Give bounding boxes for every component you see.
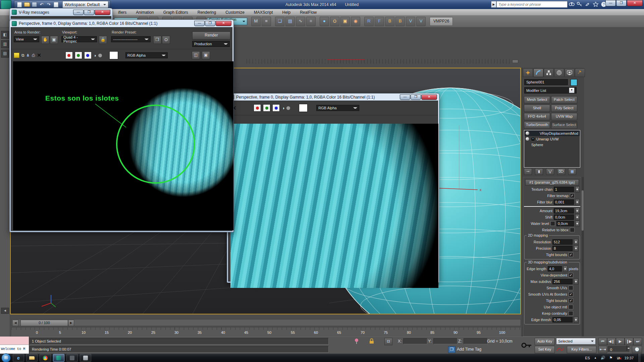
rw2-alpha-channel-button[interactable]	[286, 106, 290, 110]
pin-stack-icon[interactable]: ⊸	[524, 168, 532, 175]
edit-region-icon[interactable]: ✋	[41, 36, 49, 44]
taskbar-app-explorer[interactable]	[26, 354, 38, 362]
print-image-icon[interactable]: ⎙	[32, 53, 35, 58]
texmap-button[interactable]: #1 (paramax_g25.6384.tga)	[525, 179, 579, 186]
next-frame-icon[interactable]: ❙▶	[625, 338, 633, 345]
keying-key-icon[interactable]	[521, 338, 532, 353]
close-button[interactable]: ✕	[627, 0, 643, 6]
mini-listener-arrow[interactable]: ◂	[1, 308, 9, 314]
custom-macro-button[interactable]: VMPP26	[430, 17, 453, 26]
rw2-mono-channel-button[interactable]: ◑	[282, 106, 284, 111]
rendered-frame-window-icon[interactable]: ▣	[340, 17, 350, 26]
clear-image-icon[interactable]: ✕	[37, 52, 41, 58]
start-button[interactable]: ⊞	[1, 353, 11, 362]
viewport-dropdown[interactable]: Quad 4 - Perspec	[61, 36, 97, 42]
default-in-out-tangent-icon[interactable]	[556, 347, 564, 352]
auto-key-button[interactable]: Auto Key	[535, 338, 555, 345]
texture-chan-spinner[interactable]	[575, 186, 580, 192]
max-subdivs-field[interactable]: 256	[552, 279, 573, 284]
search-arrow-icon[interactable]: ▶	[491, 1, 496, 8]
project-folder-icon[interactable]	[54, 2, 58, 7]
taskbar-app-ie[interactable]: e	[13, 354, 24, 362]
realflow-bin-export-icon[interactable]: B	[385, 17, 394, 26]
realflow-bin-import-icon[interactable]: B	[395, 17, 405, 26]
area-to-render-dropdown[interactable]: View	[14, 36, 39, 42]
realflow-icon-1[interactable]: R	[364, 17, 374, 26]
absolute-offset-toggle-icon[interactable]: ⊡	[384, 338, 392, 345]
rw1-channel-dropdown[interactable]: RGB Alpha	[125, 52, 168, 58]
open-file-icon[interactable]	[24, 2, 30, 7]
render-window-2[interactable]: Perspective, frame 0, Display Gamma: 1,0…	[227, 93, 439, 283]
relative-bbox-checkbox[interactable]	[570, 228, 575, 232]
shift-field[interactable]: 0,0cm	[554, 215, 574, 220]
time-configuration-icon[interactable]: 🕒	[632, 346, 642, 353]
search-input[interactable]	[496, 1, 568, 8]
btn-uvw-map[interactable]: UVW Map	[551, 113, 577, 120]
ruler-drag-handle[interactable]	[512, 60, 518, 63]
previous-frame-arrow[interactable]: ◀	[12, 320, 18, 326]
resolution-field[interactable]: 512	[552, 239, 573, 245]
redo-icon[interactable]: ↷	[46, 2, 52, 7]
texture-chan-field[interactable]: 1	[554, 187, 574, 192]
realflow-icon-2[interactable]: F	[375, 17, 384, 26]
filter-blur-field[interactable]: 0,001	[554, 199, 574, 205]
menu-graph-editors[interactable]: Graph Editors	[159, 10, 193, 15]
show-desktop-button[interactable]	[638, 354, 641, 362]
taskbar-app-5[interactable]	[66, 354, 78, 362]
make-unique-icon[interactable]: ⋁	[546, 168, 554, 175]
add-time-tag[interactable]: Add Time Tag	[457, 347, 481, 352]
minimize-button[interactable]: —	[605, 0, 616, 6]
precision-spinner[interactable]	[574, 245, 578, 251]
btn-turbosmooth[interactable]: TurboSmooth	[524, 121, 550, 129]
listener-pane[interactable]: Welcome to M	[0, 345, 29, 354]
hidden-icons-arrow[interactable]: ▲	[594, 356, 597, 359]
render-setup-icon[interactable]: ⛭	[330, 17, 339, 26]
btn-ffd-4x4x4[interactable]: FFD 4x4x4	[524, 113, 550, 120]
vray-toolbar-icon-1[interactable]: V	[406, 17, 415, 26]
btn-poly-select[interactable]: Poly Select	[551, 105, 577, 112]
rw1-color-swatch[interactable]	[109, 51, 118, 59]
graphite-ribbon-icon[interactable]: ▤	[285, 17, 295, 26]
menu-rendering[interactable]: Rendering	[193, 10, 221, 15]
workspace-dropdown[interactable]: Workspace: Default	[62, 1, 108, 8]
view-dependent-checkbox[interactable]	[569, 273, 573, 278]
dock-icon-3[interactable]: ▤	[1, 50, 9, 58]
menu-customize[interactable]: Customize	[221, 10, 249, 15]
vray-close-button[interactable]: ✕	[95, 10, 110, 15]
rw1-green-channel-button[interactable]	[75, 52, 82, 59]
save-file-icon[interactable]	[32, 2, 37, 7]
production-dropdown[interactable]: Production	[192, 41, 230, 47]
subscription-key-icon[interactable]	[576, 1, 584, 7]
water-level-spinner[interactable]	[575, 221, 580, 227]
communication-center-icon[interactable]	[584, 1, 592, 7]
rw1-minimize-button[interactable]: —	[194, 21, 205, 26]
rw2-red-channel-button[interactable]	[254, 104, 261, 112]
selected-filter-dropdown[interactable]: Selected	[556, 338, 596, 345]
key-mode-toggle-icon[interactable]: ⇤⇥	[598, 346, 607, 353]
menu-help[interactable]: Help	[278, 10, 296, 15]
rw1-alpha-channel-button[interactable]	[98, 54, 102, 57]
y-coordinate-field[interactable]	[433, 338, 458, 344]
modifier-enable-bulb-icon[interactable]	[525, 137, 530, 141]
dock-icon-2[interactable]: ▥	[1, 40, 9, 48]
copy-image-icon[interactable]: ⧉	[21, 53, 24, 58]
panel-scrollbar[interactable]	[581, 177, 584, 336]
filter-blur-spinner[interactable]	[575, 199, 580, 205]
curve-editor-icon[interactable]: ∿	[296, 17, 305, 26]
x-coordinate-field[interactable]	[403, 338, 427, 344]
water-level-field[interactable]: 0,0cm	[556, 221, 574, 226]
layout-toggle-icon-2[interactable]: ▣	[202, 51, 210, 59]
rw2-blue-channel-button[interactable]	[272, 104, 280, 112]
rw2-channel-dropdown[interactable]: RGB Alpha	[316, 105, 359, 111]
use-object-mtl-checkbox[interactable]	[569, 305, 573, 309]
precision-field[interactable]: 8	[552, 246, 573, 251]
amount-field[interactable]: 19,3cm	[554, 208, 574, 214]
btn-mesh-select[interactable]: Mesh Select	[524, 96, 550, 104]
rw1-blue-channel-button[interactable]	[84, 52, 92, 59]
set-key-button[interactable]: Set Key	[535, 346, 555, 353]
filter-texmap-checkbox[interactable]	[570, 193, 575, 198]
smooth-uvs-checkbox[interactable]	[569, 286, 573, 290]
water-level-checkbox[interactable]	[550, 221, 555, 226]
volume-icon[interactable]: 🔊	[601, 356, 605, 360]
search-binoculars-icon[interactable]	[568, 1, 576, 7]
